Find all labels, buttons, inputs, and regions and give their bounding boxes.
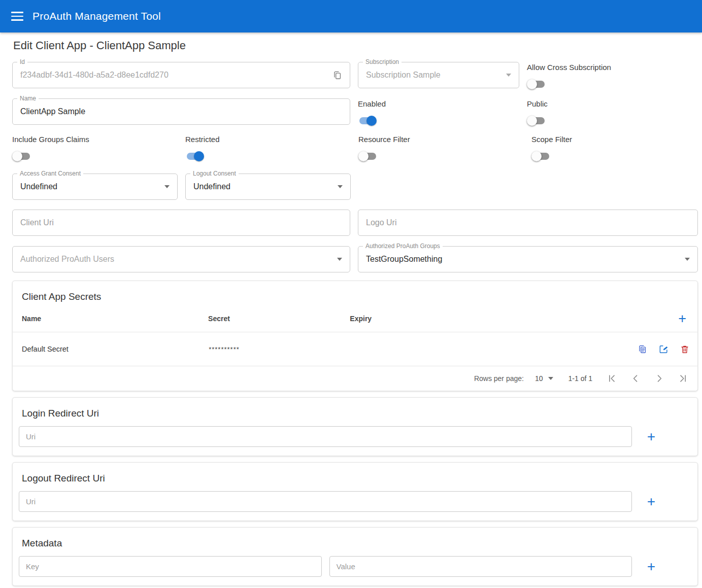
subscription-select[interactable]: Subscription Subscription Sample	[358, 62, 519, 88]
client-uri-field	[12, 210, 350, 236]
restricted-label: Restricted	[185, 135, 351, 144]
authorized-users-placeholder: Authorized ProAuth Users	[20, 255, 114, 264]
subscription-value: Subscription Sample	[366, 71, 441, 80]
secret-value: **********	[209, 345, 351, 353]
authorized-groups-value: TestGroupSomething	[366, 255, 442, 264]
logout-consent-label: Logout Consent	[190, 170, 239, 177]
login-redirect-uri-card: Login Redirect Uri +	[12, 397, 698, 456]
client-uri-input[interactable]	[20, 218, 342, 227]
menu-icon[interactable]	[11, 12, 23, 21]
last-page-icon[interactable]	[678, 373, 688, 384]
secret-name: Default Secret	[22, 345, 209, 353]
metadata-key-input[interactable]	[19, 556, 322, 577]
secrets-card-title: Client App Secrets	[13, 281, 697, 302]
dropdown-arrow-icon	[506, 74, 511, 77]
access-grant-consent-select[interactable]: Access Grant Consent Undefined	[12, 174, 178, 200]
login-redirect-title: Login Redirect Uri	[13, 398, 697, 419]
scope-filter-toggle[interactable]	[531, 151, 551, 161]
secrets-col-name: Name	[22, 315, 208, 323]
name-field: Name	[12, 98, 350, 125]
scope-filter-block: Scope Filter	[531, 134, 698, 161]
restricted-block: Restricted	[185, 134, 351, 161]
name-input[interactable]	[20, 107, 342, 116]
dropdown-arrow-icon	[337, 258, 342, 261]
add-metadata-button[interactable]: +	[644, 560, 658, 574]
logout-redirect-uri-input[interactable]	[19, 491, 632, 512]
resource-filter-label: Resource Filter	[358, 135, 524, 144]
restricted-toggle[interactable]	[185, 151, 205, 161]
rows-per-page-label: Rows per page:	[474, 374, 524, 383]
metadata-title: Metadata	[13, 528, 697, 549]
secrets-col-secret: Secret	[208, 315, 350, 323]
resource-filter-block: Resource Filter	[358, 134, 524, 161]
id-field-label: Id	[17, 58, 27, 65]
allow-cross-subscription-block: Allow Cross Subscription	[527, 62, 698, 89]
access-grant-consent-value: Undefined	[20, 182, 57, 191]
login-redirect-uri-input[interactable]	[19, 426, 632, 447]
secrets-table-header: Name Secret Expiry +	[13, 302, 697, 332]
logout-consent-select[interactable]: Logout Consent Undefined	[185, 174, 351, 200]
access-grant-consent-label: Access Grant Consent	[17, 170, 83, 177]
rows-per-page-select[interactable]: 10	[535, 374, 553, 383]
subscription-label: Subscription	[363, 58, 402, 65]
add-secret-button[interactable]: +	[677, 313, 687, 325]
metadata-value-input[interactable]	[329, 556, 632, 577]
secrets-col-expiry: Expiry	[350, 315, 677, 323]
enabled-label: Enabled	[358, 99, 519, 108]
add-logout-redirect-uri-button[interactable]: +	[644, 495, 658, 509]
dropdown-arrow-icon	[685, 258, 690, 261]
secrets-pagination: Rows per page: 10 1-1 of 1	[13, 366, 697, 391]
resource-filter-toggle[interactable]	[358, 151, 378, 161]
enabled-toggle[interactable]	[358, 116, 377, 126]
scope-filter-label: Scope Filter	[531, 135, 698, 144]
edit-client-app-page: Edit Client App - ClientApp Sample Id Su…	[0, 39, 702, 588]
page-title: Edit Client App - ClientApp Sample	[13, 39, 698, 52]
authorized-groups-label: Authorized ProAuth Groups	[363, 243, 443, 250]
allow-cross-subscription-toggle[interactable]	[527, 79, 546, 89]
include-groups-claims-label: Include Groups Claims	[12, 135, 178, 144]
prev-page-icon[interactable]	[630, 373, 641, 384]
next-page-icon[interactable]	[654, 373, 664, 384]
copy-id-icon[interactable]	[332, 71, 342, 80]
dropdown-arrow-icon	[338, 185, 343, 188]
logo-uri-field	[358, 210, 698, 236]
include-groups-claims-block: Include Groups Claims	[12, 134, 178, 161]
id-field: Id	[12, 62, 350, 88]
dropdown-arrow-icon	[164, 185, 170, 188]
authorized-groups-select[interactable]: Authorized ProAuth Groups TestGroupSomet…	[358, 246, 698, 272]
pagination-range: 1-1 of 1	[569, 374, 592, 383]
copy-secret-icon[interactable]	[638, 344, 647, 354]
logo-uri-input[interactable]	[366, 218, 690, 227]
app-bar: ProAuth Management Tool	[0, 0, 702, 32]
app-title: ProAuth Management Tool	[32, 10, 161, 22]
authorized-users-select[interactable]: Authorized ProAuth Users	[12, 246, 350, 272]
id-input[interactable]	[20, 71, 332, 80]
allow-cross-subscription-label: Allow Cross Subscription	[527, 63, 698, 72]
rows-per-page-value: 10	[535, 374, 543, 383]
first-page-icon[interactable]	[607, 373, 617, 384]
enabled-block: Enabled	[358, 98, 519, 126]
logout-redirect-title: Logout Redirect Uri	[13, 463, 697, 484]
public-label: Public	[527, 99, 698, 108]
public-block: Public	[527, 98, 698, 126]
secret-table-row: Default Secret **********	[13, 332, 697, 366]
client-app-secrets-card: Client App Secrets Name Secret Expiry + …	[12, 281, 698, 391]
logout-redirect-uri-card: Logout Redirect Uri +	[12, 462, 698, 521]
include-groups-claims-toggle[interactable]	[12, 151, 31, 161]
logout-consent-value: Undefined	[193, 182, 230, 191]
dropdown-arrow-icon	[548, 377, 553, 380]
edit-secret-icon[interactable]	[659, 344, 668, 354]
public-toggle[interactable]	[527, 116, 546, 126]
delete-secret-icon[interactable]	[680, 344, 689, 354]
add-login-redirect-uri-button[interactable]: +	[644, 430, 658, 444]
metadata-card: Metadata +	[12, 527, 698, 586]
name-field-label: Name	[17, 95, 39, 102]
